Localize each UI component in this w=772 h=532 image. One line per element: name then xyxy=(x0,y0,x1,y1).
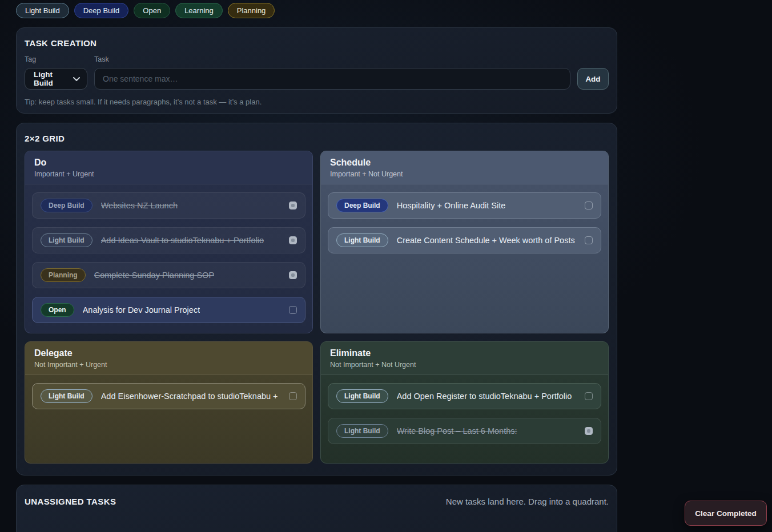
unassigned-panel: UNASSIGNED TASKS New tasks land here. Dr… xyxy=(16,485,617,532)
clear-completed-button[interactable]: Clear Completed xyxy=(685,501,767,526)
quadrant-eliminate-subtitle: Not Important + Not Urgent xyxy=(330,361,599,369)
task-title: Hospitality + Online Audit Site xyxy=(397,201,506,210)
quadrant-schedule-body: Deep Build Hospitality + Online Audit Si… xyxy=(321,184,608,333)
quadrant-schedule-header: Schedule Important + Not Urgent xyxy=(321,151,608,184)
task-creation-tip: Tip: keep tasks small. If it needs parag… xyxy=(25,98,609,106)
unassigned-header: UNASSIGNED TASKS New tasks land here. Dr… xyxy=(25,497,609,506)
quadrant-do-body: Deep Build Websites NZ Launch Light Buil… xyxy=(25,184,312,333)
task-checkbox[interactable] xyxy=(289,306,297,314)
filter-pill-planning[interactable]: Planning xyxy=(228,3,275,18)
task-tag-pill: Deep Build xyxy=(41,199,93,212)
task-creation-form: Tag Light Build Task Add xyxy=(25,55,609,90)
quadrant-eliminate-body: Light Build Add Open Register to studioT… xyxy=(321,375,608,463)
task-input[interactable] xyxy=(94,68,570,90)
tag-select[interactable]: Light Build xyxy=(25,68,87,90)
task-checkbox[interactable] xyxy=(289,271,297,279)
quadrant-do-subtitle: Important + Urgent xyxy=(34,170,303,178)
task-title: Websites NZ Launch xyxy=(101,201,178,210)
tag-select-value: Light Build xyxy=(34,70,73,87)
filter-pill-learning[interactable]: Learning xyxy=(175,3,223,18)
quadrant-schedule-subtitle: Important + Not Urgent xyxy=(330,170,599,178)
task-card[interactable]: Light Build Add Eisenhower-Scratchpad to… xyxy=(32,383,305,409)
task-title: Add Eisenhower-Scratchpad to studioTekna… xyxy=(101,392,280,401)
task-card[interactable]: Deep Build Hospitality + Online Audit Si… xyxy=(328,192,601,219)
quadrant-eliminate: Eliminate Not Important + Not Urgent Lig… xyxy=(320,341,609,464)
tag-field-label: Tag xyxy=(25,55,87,63)
task-card[interactable]: Light Build Add Ideas-Vault to studioTek… xyxy=(32,227,305,253)
task-checkbox[interactable] xyxy=(585,236,593,244)
task-creation-title: TASK CREATION xyxy=(25,38,609,48)
task-card[interactable]: Deep Build Websites NZ Launch xyxy=(32,192,305,219)
task-checkbox[interactable] xyxy=(585,427,593,435)
grid-panel: 2×2 GRID Do Important + Urgent Deep Buil… xyxy=(16,123,617,475)
quadrant-do: Do Important + Urgent Deep Build Website… xyxy=(25,151,313,333)
task-checkbox[interactable] xyxy=(289,201,297,209)
task-title: Write Blog Post – Last 6 Months: xyxy=(397,426,517,436)
tag-field: Tag Light Build xyxy=(25,55,87,90)
quadrant-schedule-title: Schedule xyxy=(330,158,599,168)
task-tag-pill: Open xyxy=(41,303,74,317)
quadrant-eliminate-header: Eliminate Not Important + Not Urgent xyxy=(321,342,608,375)
filter-pill-light-build[interactable]: Light Build xyxy=(16,3,69,18)
task-tag-pill: Light Build xyxy=(336,233,388,247)
quadrant-delegate-subtitle: Not Important + Urgent xyxy=(34,361,303,369)
task-title: Create Content Schedule + Week worth of … xyxy=(397,236,576,245)
task-checkbox[interactable] xyxy=(289,392,297,400)
task-checkbox[interactable] xyxy=(289,236,297,244)
quadrant-do-title: Do xyxy=(34,158,303,168)
task-creation-panel: TASK CREATION Tag Light Build Task Add T… xyxy=(16,27,617,114)
task-tag-pill: Light Build xyxy=(336,424,388,438)
task-card[interactable]: Open Analysis for Dev Journal Project xyxy=(32,297,305,323)
task-tag-pill: Deep Build xyxy=(336,199,388,212)
task-field-label: Task xyxy=(94,55,570,63)
filter-pill-open[interactable]: Open xyxy=(134,3,170,18)
quadrant-delegate-body: Light Build Add Eisenhower-Scratchpad to… xyxy=(25,375,312,463)
task-tag-pill: Light Build xyxy=(336,389,388,403)
unassigned-title: UNASSIGNED TASKS xyxy=(25,497,116,506)
grid-title: 2×2 GRID xyxy=(25,134,609,143)
quadrant-eliminate-title: Eliminate xyxy=(330,348,599,358)
task-checkbox[interactable] xyxy=(585,392,593,400)
task-title: Complete Sunday Planning SOP xyxy=(94,271,214,280)
task-card[interactable]: Light Build Create Content Schedule + We… xyxy=(328,227,601,253)
task-card[interactable]: Light Build Write Blog Post – Last 6 Mon… xyxy=(328,418,601,444)
task-tag-pill: Light Build xyxy=(41,233,93,247)
task-tag-pill: Planning xyxy=(41,268,86,282)
task-card[interactable]: Light Build Add Open Register to studioT… xyxy=(328,383,601,409)
task-checkbox[interactable] xyxy=(585,201,593,209)
quadrant-do-header: Do Important + Urgent xyxy=(25,151,312,184)
task-field: Task xyxy=(94,55,570,90)
task-card[interactable]: Planning Complete Sunday Planning SOP xyxy=(32,262,305,288)
quadrant-delegate-title: Delegate xyxy=(34,348,303,358)
unassigned-hint: New tasks land here. Drag into a quadran… xyxy=(446,497,609,506)
chevron-down-icon xyxy=(73,74,80,84)
filter-pill-deep-build[interactable]: Deep Build xyxy=(74,3,129,18)
quadrant-delegate: Delegate Not Important + Urgent Light Bu… xyxy=(25,341,313,464)
task-title: Add Ideas-Vault to studioTeknabu + Portf… xyxy=(101,236,264,245)
task-title: Add Open Register to studioTeknabu + Por… xyxy=(397,392,572,401)
quadrant-schedule: Schedule Important + Not Urgent Deep Bui… xyxy=(320,151,609,333)
task-tag-pill: Light Build xyxy=(41,389,93,403)
tag-filter-bar: Light Build Deep Build Open Learning Pla… xyxy=(16,3,617,18)
quadrant-grid: Do Important + Urgent Deep Build Website… xyxy=(25,151,609,464)
quadrant-delegate-header: Delegate Not Important + Urgent xyxy=(25,342,312,375)
task-title: Analysis for Dev Journal Project xyxy=(83,305,200,315)
main-content: Light Build Deep Build Open Learning Pla… xyxy=(16,0,617,532)
add-task-button[interactable]: Add xyxy=(577,68,609,90)
